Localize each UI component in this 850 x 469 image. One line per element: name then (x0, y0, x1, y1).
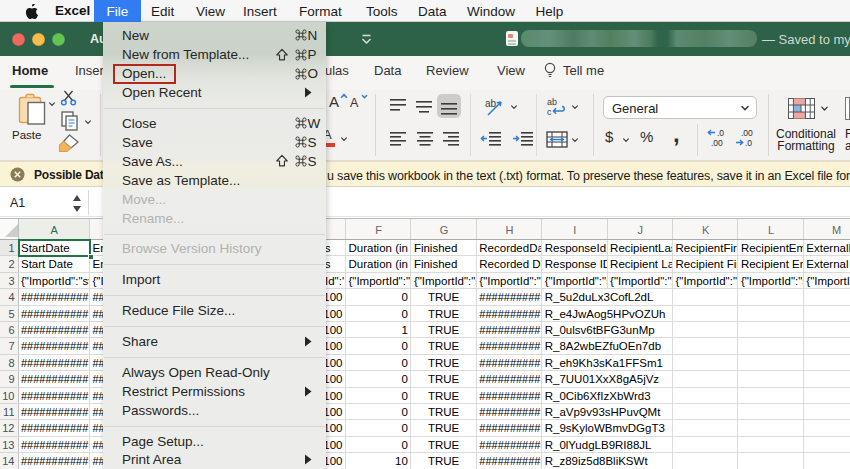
svg-text:c: c (547, 107, 552, 117)
svg-text:.0: .0 (717, 128, 724, 138)
svg-text:.00: .00 (741, 128, 753, 138)
svg-text:.00: .00 (711, 138, 723, 148)
svg-text:.0: .0 (745, 138, 752, 148)
svg-text:ab: ab (547, 97, 557, 107)
